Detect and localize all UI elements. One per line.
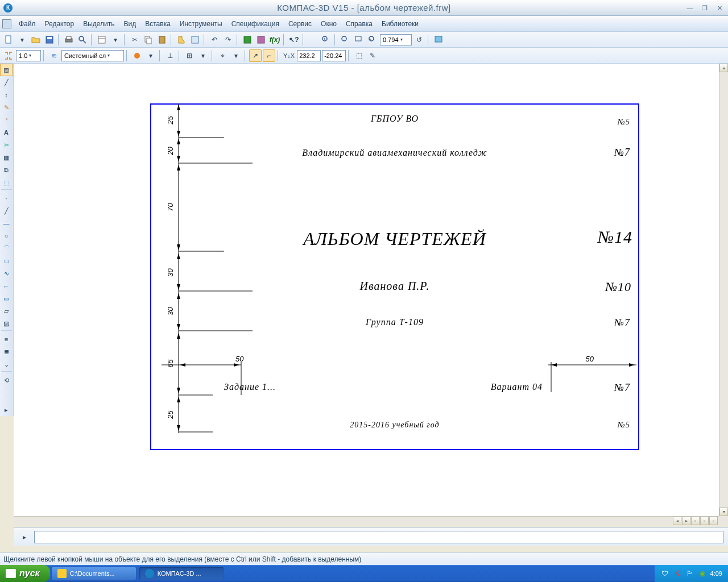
step-value-dropdown[interactable]: 1.0▾ [16, 50, 41, 61]
tool-xyz[interactable]: ᴬ [0, 114, 13, 126]
tool-hatch2[interactable]: ▨ [0, 317, 13, 330]
tool-autoline[interactable]: ▱ [0, 305, 13, 317]
grid-dropdown-icon[interactable]: ▾ [197, 49, 209, 62]
tool-arc[interactable]: ⌒ [0, 242, 13, 255]
library-manager-button[interactable] [241, 34, 254, 46]
tool-circle[interactable]: ○ [0, 230, 13, 242]
tray-security-icon[interactable]: 🛡 [660, 569, 669, 578]
zoom-in-button[interactable]: + [320, 34, 332, 46]
tool-point[interactable]: · [0, 192, 13, 205]
minimize-button[interactable]: — [684, 4, 696, 12]
menu-file[interactable]: Файл [15, 18, 40, 30]
tool-measure[interactable]: ⧉ [0, 164, 13, 176]
ucs-button[interactable]: ⌐ [263, 49, 275, 62]
style-dropdown[interactable]: Системный сл▾ [61, 50, 124, 61]
layers-button[interactable]: ≋ [48, 49, 60, 62]
grid-button[interactable]: ⊞ [183, 49, 196, 62]
menu-tools[interactable]: Инструменты [176, 18, 226, 30]
document-menu-icon[interactable] [2, 19, 11, 28]
tool-text[interactable]: ✎ [0, 101, 13, 114]
undo-button[interactable]: ↶ [208, 34, 221, 46]
menu-select[interactable]: Выделить [79, 18, 118, 30]
tool-segment[interactable]: — [0, 217, 13, 230]
lcs-dropdown-icon[interactable]: ▾ [230, 49, 242, 62]
menu-window[interactable]: Окно [317, 18, 341, 30]
tray-nvidia-icon[interactable]: ◉ [698, 569, 707, 578]
zoom-window-button[interactable] [353, 34, 365, 46]
coord-x-input[interactable] [297, 50, 321, 61]
copy-button[interactable] [142, 34, 155, 46]
tray-clock[interactable]: 4:09 [710, 570, 722, 577]
system-tray[interactable]: 🛡 K 🏳 ◉ 4:09 [655, 565, 728, 582]
maximize-button[interactable]: ❐ [698, 4, 711, 12]
tray-lang-icon[interactable]: 🏳 [685, 569, 694, 578]
edit-macro-button[interactable]: ✎ [366, 49, 379, 62]
fx-button[interactable]: f(x) [268, 34, 281, 46]
tool-rect[interactable]: ▭ [0, 292, 13, 305]
redo-button[interactable]: ↷ [222, 34, 234, 46]
ortho-button[interactable]: ⊥ [164, 49, 176, 62]
zoom-value-dropdown[interactable]: 0.794▾ [380, 34, 412, 45]
tool-scissors[interactable]: ✂ [0, 139, 13, 151]
format-painter-button[interactable] [175, 34, 188, 46]
tool-expand[interactable]: ▸ [0, 404, 13, 416]
tool-line[interactable]: ╱ [0, 76, 13, 89]
new-dropdown-icon[interactable]: ▾ [16, 34, 28, 46]
tool-ellipse[interactable]: ⬭ [0, 255, 13, 267]
help-cursor-button[interactable]: ↖? [288, 34, 300, 46]
preview-button[interactable] [76, 34, 89, 46]
tool-spline[interactable]: ∿ [0, 267, 13, 280]
zoom-fit-button[interactable] [339, 34, 351, 46]
menu-insert[interactable]: Вставка [141, 18, 175, 30]
zoom-previous-button[interactable]: ↺ [413, 34, 425, 46]
command-input[interactable] [34, 531, 723, 543]
color-button[interactable] [131, 49, 143, 62]
menu-edit[interactable]: Редактор [41, 18, 78, 30]
svg-marker-25 [177, 131, 180, 136]
start-button[interactable]: пуск [0, 565, 50, 582]
snap-button[interactable] [2, 49, 15, 62]
zoom-out-button[interactable]: - [366, 34, 379, 46]
coord-y-input[interactable] [322, 50, 346, 61]
properties-button[interactable] [96, 34, 108, 46]
scrollbar-horizontal[interactable]: ◂▸ ▫▫▫ [14, 516, 719, 525]
tool-params[interactable]: ▦ [0, 151, 13, 164]
insert-macro-button[interactable]: ⬚ [353, 49, 365, 62]
variables-button[interactable] [255, 34, 267, 46]
round-button[interactable]: ↗ [249, 49, 262, 62]
tool-collapse[interactable]: ⌄ [0, 358, 13, 371]
menu-service[interactable]: Сервис [284, 18, 316, 30]
color-dropdown-icon[interactable]: ▾ [144, 49, 157, 62]
tool-undo[interactable]: ⟲ [0, 374, 13, 386]
close-button[interactable]: ✕ [713, 4, 726, 12]
scrollbar-vertical[interactable]: ▴ ▾ [719, 64, 728, 516]
refresh-button[interactable] [432, 34, 445, 46]
tool-hatch[interactable]: ⬚ [0, 176, 13, 189]
properties-panel-button[interactable] [189, 34, 201, 46]
print-button[interactable] [63, 34, 75, 46]
tool-chamfer[interactable]: ⌐ [0, 280, 13, 292]
cmd-expand-icon[interactable]: ▸ [18, 531, 31, 543]
menu-spec[interactable]: Спецификация [228, 18, 283, 30]
paste-button[interactable] [156, 34, 168, 46]
tool-eq2[interactable]: ≣ [0, 346, 13, 358]
taskbar-item-kompas[interactable]: КОМПАС-3D ... [139, 567, 224, 580]
properties-dropdown-icon[interactable]: ▾ [109, 34, 122, 46]
tray-k-icon[interactable]: K [673, 569, 682, 578]
tool-dimension[interactable]: ↕ [0, 89, 13, 101]
tool-aux-line[interactable]: ╱ [0, 205, 13, 217]
lcs-button[interactable]: ⌖ [216, 49, 229, 62]
menu-help[interactable]: Справка [342, 18, 377, 30]
taskbar-item-explorer[interactable]: C:\Documents... [51, 567, 136, 580]
tool-a-text[interactable]: A [0, 126, 13, 139]
svg-marker-36 [177, 397, 180, 402]
tool-eq1[interactable]: ≡ [0, 333, 13, 346]
tool-select[interactable]: ▨ [0, 64, 13, 76]
menu-view[interactable]: Вид [120, 18, 140, 30]
open-button[interactable] [30, 34, 42, 46]
menu-libs[interactable]: Библиотеки [378, 18, 423, 30]
canvas-area[interactable]: 25 20 70 30 30 65 25 50 50 ГБПОУ ВО Влад… [14, 64, 728, 525]
new-button[interactable] [2, 34, 15, 46]
cut-button[interactable]: ✂ [129, 34, 141, 46]
save-button[interactable] [43, 34, 56, 46]
